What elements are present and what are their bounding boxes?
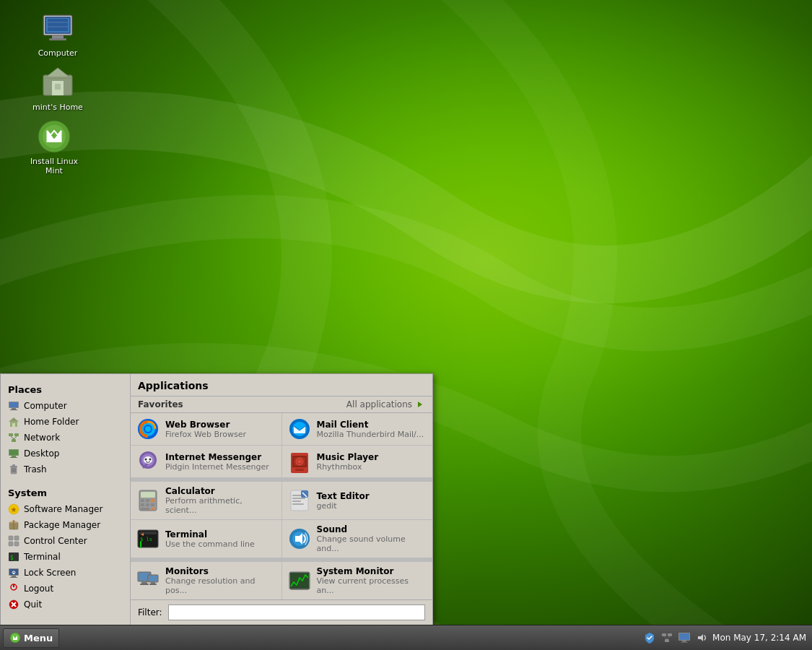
system-terminal[interactable]: $_ Terminal: [1, 549, 130, 565]
svg-line-26: [14, 436, 17, 439]
desktop-icon-computer[interactable]: Computer: [25, 11, 90, 58]
app-music-player[interactable]: Music Player Rhythmbox: [282, 446, 433, 477]
music-player-name: Music Player: [317, 452, 379, 462]
system-software-manager[interactable]: ★ Software Manager: [1, 501, 130, 517]
svg-rect-86: [151, 508, 154, 510]
text-editor-info: Text Editor gedit: [317, 491, 370, 511]
svg-rect-6: [48, 19, 68, 31]
svg-rect-12: [55, 84, 61, 90]
svg-rect-89: [292, 498, 305, 499]
sound-app-icon: [288, 527, 311, 550]
svg-rect-45: [14, 542, 19, 546]
control-center-icon: [8, 535, 19, 547]
system-monitor-desc: View current processes an...: [317, 576, 427, 595]
system-logout[interactable]: Logout: [1, 581, 130, 597]
display-tray-icon[interactable]: [678, 631, 691, 644]
app-sound[interactable]: Sound Change sound volume and...: [282, 520, 433, 558]
svg-point-63: [145, 426, 151, 432]
network-tray-icon[interactable]: [660, 631, 673, 644]
svg-rect-79: [141, 499, 144, 502]
svg-rect-88: [292, 495, 302, 496]
desktop-icon-home[interactable]: mint's Home: [25, 65, 90, 112]
network-small-icon: [8, 432, 19, 443]
system-package-manager[interactable]: Package Manager: [1, 517, 130, 533]
places-desktop[interactable]: Desktop: [1, 446, 130, 462]
lock-screen-icon: [8, 567, 19, 578]
svg-text:$_: $_: [10, 555, 17, 561]
system-quit[interactable]: Quit: [1, 597, 130, 612]
filter-input[interactable]: [168, 604, 425, 620]
terminal-desc: Use the command line: [165, 540, 255, 549]
svg-rect-81: [151, 499, 154, 502]
home-icon-label: mint's Home: [25, 103, 90, 112]
svg-rect-117: [665, 639, 669, 642]
firefox-icon: [136, 417, 160, 441]
text-editor-name: Text Editor: [317, 491, 370, 501]
apps-grid-3: Monitors Change resolution and pos...: [131, 562, 432, 599]
terminal-app-icon: $ ls ▌: [136, 527, 160, 550]
security-tray-icon[interactable]: [643, 631, 656, 644]
favorites-label: Favorites: [138, 399, 183, 410]
svg-rect-105: [141, 581, 147, 584]
system-lock-screen[interactable]: Lock Screen: [1, 565, 130, 581]
computer-icon-label: Computer: [25, 48, 90, 58]
desktop-small-icon: [8, 448, 19, 459]
desktop-icon-install[interactable]: Install Linux Mint: [22, 119, 87, 176]
install-icon: [37, 119, 71, 154]
system-lock-screen-label: Lock Screen: [24, 568, 76, 578]
app-system-monitor[interactable]: System Monitor View current processes an…: [282, 562, 433, 599]
svg-rect-123: [681, 642, 688, 643]
internet-messenger-desc: Pidgin Internet Messenger: [165, 462, 269, 472]
app-internet-messenger[interactable]: Internet Messenger Pidgin Internet Messe…: [131, 446, 281, 477]
svg-rect-18: [10, 410, 17, 410]
app-text-editor[interactable]: Text Editor gedit: [282, 482, 433, 519]
app-terminal[interactable]: $ ls ▌ Terminal Use the command line: [131, 520, 281, 558]
start-button-label: Menu: [24, 633, 53, 644]
start-button[interactable]: Menu: [3, 628, 59, 648]
filter-label: Filter:: [138, 607, 162, 618]
places-header: Places: [1, 380, 130, 398]
places-home[interactable]: Home Folder: [1, 414, 130, 430]
web-browser-info: Web Browser Firefox Web Browser: [165, 420, 246, 439]
svg-rect-116: [668, 633, 672, 636]
svg-rect-109: [151, 582, 155, 584]
volume-tray-icon[interactable]: [695, 631, 708, 644]
svg-rect-80: [146, 499, 149, 502]
svg-rect-30: [10, 457, 17, 458]
svg-rect-91: [292, 503, 304, 505]
terminal-small-icon: $_: [8, 551, 19, 563]
svg-marker-10: [45, 68, 71, 78]
web-browser-desc: Firefox Web Browser: [165, 430, 246, 439]
home-icon: [40, 65, 75, 100]
svg-rect-42: [9, 536, 13, 540]
gedit-icon: [288, 489, 311, 512]
mint-logo-icon: [9, 632, 21, 644]
system-header: System: [1, 483, 130, 501]
places-trash[interactable]: Trash: [1, 462, 130, 477]
all-apps-link[interactable]: All applications: [346, 399, 425, 410]
app-monitors[interactable]: Monitors Change resolution and pos...: [131, 562, 281, 599]
places-network-label: Network: [24, 433, 60, 443]
system-control-center[interactable]: Control Center: [1, 533, 130, 549]
left-panel: Places Computer: [1, 374, 131, 625]
system-monitor-app-icon: [288, 569, 311, 592]
places-computer-label: Computer: [24, 401, 67, 411]
places-network[interactable]: Network: [1, 430, 130, 446]
pidgin-icon: [136, 450, 160, 473]
install-icon-label: Install Linux Mint: [22, 157, 87, 176]
places-computer[interactable]: Computer: [1, 398, 130, 414]
app-calculator[interactable]: Calculator Perform arithmetic, scient...: [131, 482, 281, 519]
mail-client-info: Mail Client Mozilla Thunderbird Mail/...: [317, 420, 424, 439]
software-manager-icon: ★: [8, 503, 19, 515]
svg-rect-28: [9, 450, 18, 455]
monitors-name: Monitors: [165, 566, 276, 576]
calculator-desc: Perform arithmetic, scient...: [165, 496, 276, 515]
app-web-browser[interactable]: Web Browser Firefox Web Browser: [131, 413, 281, 445]
start-menu: Places Computer: [0, 373, 433, 625]
app-mail-client[interactable]: Mail Client Mozilla Thunderbird Mail/...: [282, 413, 433, 445]
system-terminal-label: Terminal: [24, 552, 61, 562]
svg-rect-76: [295, 469, 304, 471]
music-player-info: Music Player Rhythmbox: [317, 452, 379, 472]
svg-rect-22: [9, 433, 13, 436]
svg-rect-51: [10, 577, 17, 578]
